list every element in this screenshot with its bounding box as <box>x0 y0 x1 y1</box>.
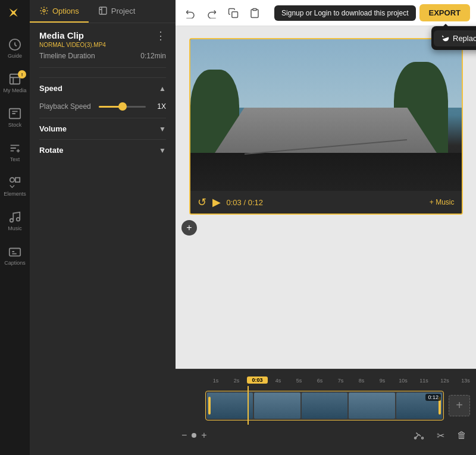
app-logo[interactable] <box>4 5 26 26</box>
svg-rect-10 <box>232 11 238 17</box>
dashboard-bg <box>190 153 462 191</box>
video-time: 0:03 / 0:12 <box>227 198 263 207</box>
scissors-tool-button[interactable]: ✂ <box>432 427 449 444</box>
video-frame <box>190 39 462 191</box>
sidebar-label-media: My Media <box>3 87 26 93</box>
timeline-bottom-bar: − + ✂ 🗑 <box>176 425 476 446</box>
playback-speed-value: 1X <box>152 102 166 111</box>
copy-button[interactable] <box>246 4 264 22</box>
volume-section-header[interactable]: Volume ▼ <box>39 118 166 139</box>
duplicate-button[interactable] <box>224 4 242 22</box>
svg-point-13 <box>422 437 424 439</box>
media-badge: ! <box>18 70 26 79</box>
ruler-13s: 13s <box>455 378 476 384</box>
tab-options[interactable]: Options <box>30 0 89 23</box>
video-player: ↺ ▶ 0:03 / 0:12 + Music <box>189 38 463 215</box>
replace-label: Replace <box>453 34 476 43</box>
timeline-ruler: + 1s 2s 0:03 4s 5s 6s 7s 8s 9s 10s 11s 1… <box>176 369 476 386</box>
rotate-section-header[interactable]: Rotate ▼ <box>39 140 166 161</box>
sidebar-label-text: Text <box>10 156 20 162</box>
ruler-9s: 9s <box>372 378 393 384</box>
rotate-chevron-icon: ▼ <box>159 146 166 155</box>
zoom-in-button[interactable]: + <box>201 430 206 441</box>
sidebar-item-elements[interactable]: Elements <box>0 169 30 203</box>
speed-chevron-icon: ▲ <box>159 84 166 93</box>
sidebar-label-elements: Elements <box>4 191 26 197</box>
speed-title: Speed <box>39 84 62 93</box>
clip-more-button[interactable]: ⋮ <box>155 30 166 41</box>
tab-options-label: Options <box>52 7 79 15</box>
replace-popup: Replace ··· <box>431 26 476 50</box>
sidebar-item-stock[interactable]: Stock <box>0 100 30 134</box>
tab-project[interactable]: Project <box>89 0 145 23</box>
signup-prompt: Signup or Login to download this project <box>274 5 415 21</box>
clip-duration-badge: 0:12 <box>425 394 441 401</box>
sidebar-item-music[interactable]: Music <box>0 203 30 238</box>
add-music-button[interactable]: + Music <box>430 198 455 206</box>
ruler-8s: 8s <box>351 378 372 384</box>
road-scene <box>190 39 462 191</box>
delete-tool-button[interactable]: 🗑 <box>453 427 470 444</box>
speed-section-header[interactable]: Speed ▲ <box>39 78 166 99</box>
volume-title: Volume <box>39 124 67 133</box>
timeline-clip[interactable]: 0:12 <box>205 391 444 421</box>
tab-project-label: Project <box>111 7 135 15</box>
playback-speed-track[interactable] <box>99 106 146 108</box>
sidebar-label-music: Music <box>8 225 22 231</box>
svg-point-5 <box>10 218 14 222</box>
ruler-10s: 10s <box>393 378 414 384</box>
icon-bar: Guide ! My Media Stock Text Elements <box>0 0 30 455</box>
replace-button[interactable]: Replace <box>434 30 476 46</box>
ruler-12s: 12s <box>434 378 455 384</box>
svg-point-3 <box>10 177 14 181</box>
add-track-button[interactable]: + <box>181 220 197 236</box>
clip-info: Media Clip NORMAL VIDEO(3).MP4 <box>39 30 106 48</box>
sidebar-item-captions[interactable]: Captions <box>0 238 30 272</box>
svg-rect-11 <box>253 8 256 10</box>
clip-left-handle[interactable] <box>208 397 211 415</box>
zoom-out-button[interactable]: − <box>181 430 187 441</box>
options-panel: Options Project Media Clip NORMAL VIDEO(… <box>30 0 176 455</box>
sidebar-item-text[interactable]: Text <box>0 134 30 169</box>
ruler-1s: 1s <box>205 378 226 384</box>
play-button[interactable]: ▶ <box>212 196 221 209</box>
timeline-track: 0:12 + <box>176 386 476 425</box>
ruler-7s: 7s <box>330 378 351 384</box>
panel-content: Media Clip NORMAL VIDEO(3).MP4 ⋮ Timelin… <box>30 23 176 455</box>
replay-button[interactable]: ↺ <box>198 196 206 209</box>
clip-subtitle: NORMAL VIDEO(3).MP4 <box>39 42 106 48</box>
main-area: Signup or Login to download this project… <box>176 0 476 455</box>
total-time: 0:12 <box>248 198 263 207</box>
playhead-line <box>248 386 249 425</box>
redo-button[interactable] <box>203 4 221 22</box>
rotate-title: Rotate <box>39 146 63 155</box>
svg-point-8 <box>43 10 45 12</box>
video-area: ↺ ▶ 0:03 / 0:12 + Music <box>176 26 476 369</box>
top-toolbar: Signup or Login to download this project… <box>176 0 476 26</box>
playback-speed-label: Playback Speed <box>39 102 93 111</box>
undo-button[interactable] <box>181 4 199 22</box>
current-time: 0:03 <box>227 198 242 207</box>
ruler-4s: 4s <box>268 378 289 384</box>
sidebar-label-captions: Captions <box>4 260 26 266</box>
ruler-6s: 6s <box>309 378 330 384</box>
ruler-11s: 11s <box>414 378 434 384</box>
svg-rect-4 <box>15 177 20 181</box>
video-controls: ↺ ▶ 0:03 / 0:12 + Music <box>190 191 462 214</box>
sidebar-item-guide[interactable]: Guide <box>0 31 30 65</box>
svg-rect-7 <box>10 248 20 256</box>
sidebar-item-my-media[interactable]: ! My Media <box>0 65 30 100</box>
add-clip-button[interactable]: + <box>449 395 470 416</box>
playback-speed-thumb[interactable] <box>118 102 127 111</box>
duration-value: 0:12min <box>140 52 166 60</box>
duration-label: Timeline Duration <box>39 52 95 60</box>
ruler-2s: 2s <box>226 378 247 384</box>
zoom-dot <box>192 433 196 438</box>
ruler-3s-playhead: 0:03 <box>247 376 268 384</box>
speed-section-content: Playback Speed 1X <box>39 99 166 118</box>
panel-tabs: Options Project <box>30 0 176 23</box>
clip-header: Media Clip NORMAL VIDEO(3).MP4 ⋮ <box>39 30 166 48</box>
export-button[interactable]: EXPORT <box>419 4 470 21</box>
sidebar-label-stock: Stock <box>8 122 22 128</box>
trim-tool-button[interactable] <box>411 427 427 444</box>
